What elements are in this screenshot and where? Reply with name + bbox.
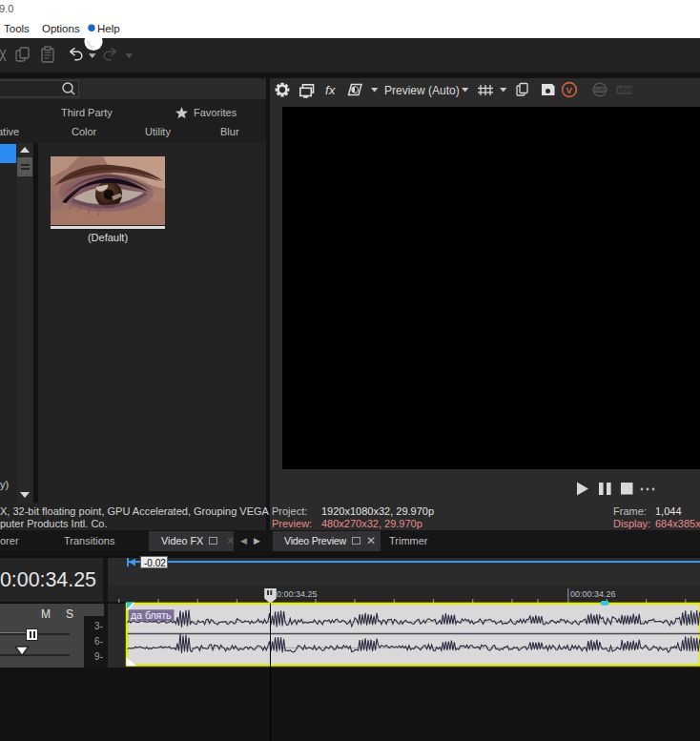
svg-text:Preview (Auto): Preview (Auto) [384,84,460,97]
svg-text:да блять: да блять [131,609,172,621]
svg-text:360: 360 [594,87,605,93]
svg-text:fx: fx [325,83,337,97]
svg-text:V: V [566,85,573,95]
svg-text:HDR: HDR [618,87,632,93]
